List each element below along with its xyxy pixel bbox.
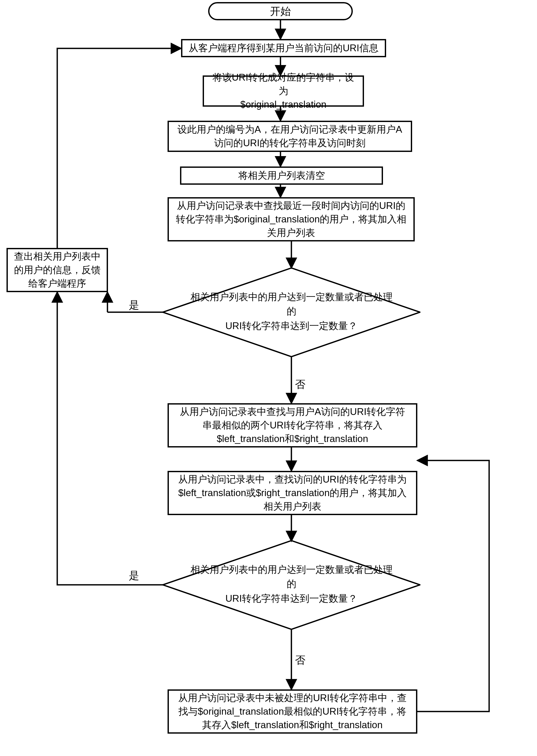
node-d1-text: 相关用户列表中的用户达到一定数量或者已处理的 URI转化字符串达到一定数量？ <box>188 290 395 333</box>
node-s5-text: 从用户访问记录表中查找最近一段时间内访问的URI的 转化字符串为$origina… <box>176 199 406 239</box>
label-d1-no: 否 <box>295 377 306 391</box>
node-out: 查出相关用户列表中 的用户的信息，反馈 给客户端程序 <box>7 248 108 292</box>
node-s8: 从用户访问记录表中未被处理的URI转化字符串中，查 找与$original_tr… <box>168 690 417 734</box>
node-start: 开始 <box>208 2 353 20</box>
node-s7-text: 从用户访问记录表中，查找访问的URI的转化字符串为 $left_translat… <box>178 473 407 513</box>
label-d2-yes: 是 <box>129 569 139 583</box>
node-s5: 从用户访问记录表中查找最近一段时间内访问的URI的 转化字符串为$origina… <box>168 197 415 241</box>
node-s3: 设此用户的编号为A，在用户访问记录表中更新用户A 访问的URI的转化字符串及访问… <box>168 121 412 152</box>
node-s7: 从用户访问记录表中，查找访问的URI的转化字符串为 $left_translat… <box>168 471 417 515</box>
node-d2-text: 相关用户列表中的用户达到一定数量或者已处理的 URI转化字符串达到一定数量？ <box>188 562 395 606</box>
node-s2: 将该URI转化成对应的字符串，设为 $original_translation <box>203 75 364 107</box>
label-d1-yes: 是 <box>129 298 139 312</box>
node-d1: 相关用户列表中的用户达到一定数量或者已处理的 URI转化字符串达到一定数量？ <box>162 267 421 357</box>
node-s8-text: 从用户访问记录表中未被处理的URI转化字符串中，查 找与$original_tr… <box>178 691 407 732</box>
node-s1-text: 从客户端程序得到某用户当前访问的URI信息 <box>188 41 379 55</box>
node-s6: 从用户访问记录表中查找与用户A访问的URI转化字符 串最相似的两个URI转化字符… <box>168 403 417 448</box>
node-s6-text: 从用户访问记录表中查找与用户A访问的URI转化字符 串最相似的两个URI转化字符… <box>180 405 405 445</box>
node-s1: 从客户端程序得到某用户当前访问的URI信息 <box>181 39 386 57</box>
node-s4-text: 将相关用户列表清空 <box>238 169 325 182</box>
flow-wires <box>0 0 537 756</box>
node-out-text: 查出相关用户列表中 的用户的信息，反馈 给客户端程序 <box>14 250 101 290</box>
node-s3-text: 设此用户的编号为A，在用户访问记录表中更新用户A 访问的URI的转化字符串及访问… <box>178 123 402 150</box>
node-s2-text: 将该URI转化成对应的字符串，设为 $original_translation <box>209 71 358 111</box>
node-d2: 相关用户列表中的用户达到一定数量或者已处理的 URI转化字符串达到一定数量？ <box>162 540 421 630</box>
label-d2-no: 否 <box>295 653 306 667</box>
node-start-text: 开始 <box>270 4 291 19</box>
node-s4: 将相关用户列表清空 <box>180 167 383 185</box>
